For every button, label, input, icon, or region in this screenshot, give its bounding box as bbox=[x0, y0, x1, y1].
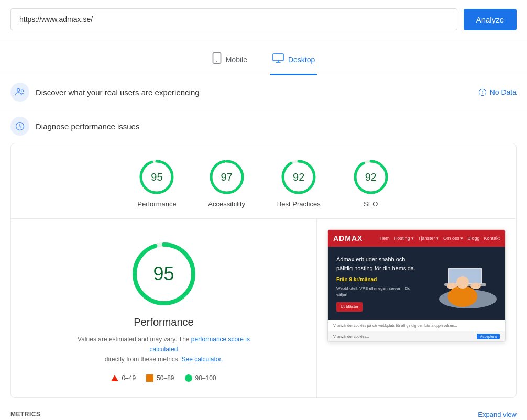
desktop-icon bbox=[272, 53, 284, 65]
preview-hero-image bbox=[429, 257, 497, 310]
preview-nav-link: Blogg bbox=[467, 236, 479, 241]
svg-point-1 bbox=[216, 61, 217, 62]
url-input[interactable] bbox=[10, 8, 457, 30]
score-circle-seo: 92 bbox=[352, 158, 390, 196]
preview-cta: Ut bläster bbox=[336, 302, 363, 312]
score-label-accessibility: Accessibility bbox=[208, 200, 245, 208]
svg-point-24 bbox=[456, 276, 469, 289]
score-item-best-practices[interactable]: 92 Best Practices bbox=[277, 158, 321, 208]
detail-left: 95 Performance Values are estimated and … bbox=[11, 219, 317, 397]
preview-nav-link: Tjänster ▾ bbox=[418, 236, 439, 241]
legend-range-red: 0–49 bbox=[122, 374, 136, 382]
legend-dot-green bbox=[185, 374, 192, 382]
score-circle-accessibility: 97 bbox=[208, 158, 246, 196]
preview-cookie-bar: Vi använder cookies... Acceptera bbox=[328, 331, 505, 341]
score-value-accessibility: 97 bbox=[221, 171, 233, 183]
detail-desc: Values are estimated and may vary. The p… bbox=[70, 335, 258, 365]
tab-mobile[interactable]: Mobile bbox=[210, 48, 249, 75]
legend-item-green: 90–100 bbox=[185, 374, 216, 382]
calculator-link[interactable]: See calculator. bbox=[182, 356, 223, 363]
diagnose-section: Diagnose performance issues bbox=[0, 109, 527, 143]
big-score-value: 95 bbox=[153, 263, 174, 285]
preview-hero: Admax erbjuder snabb och pålitlig hostin… bbox=[328, 247, 505, 320]
analyze-button[interactable]: Analyze bbox=[464, 9, 517, 30]
tab-desktop-label: Desktop bbox=[288, 56, 315, 64]
scores-row: 95 Performance 97 Accessibility bbox=[11, 143, 516, 219]
preview-cookie-btn[interactable]: Acceptera bbox=[477, 334, 500, 339]
expand-view-link[interactable]: Expand view bbox=[478, 411, 517, 418]
desc-before-link: Values are estimated and may vary. The bbox=[78, 336, 191, 343]
score-value-seo: 92 bbox=[365, 171, 377, 183]
score-card: 95 Performance 97 Accessibility bbox=[10, 143, 517, 398]
detail-area: 95 Performance Values are estimated and … bbox=[11, 219, 516, 397]
no-data-label: No Data bbox=[490, 88, 517, 96]
metrics-footer: METRICS Expand view bbox=[0, 402, 527, 420]
tab-desktop[interactable]: Desktop bbox=[270, 48, 317, 75]
legend: 0–49 50–89 90–100 bbox=[111, 374, 216, 382]
legend-item-orange: 50–89 bbox=[146, 374, 174, 382]
real-users-title-row: Discover what your real users are experi… bbox=[10, 83, 200, 102]
preview-logo: ADMAX bbox=[333, 234, 363, 242]
real-users-title: Discover what your real users are experi… bbox=[36, 88, 200, 97]
score-circle-performance: 95 bbox=[138, 158, 175, 196]
svg-point-22 bbox=[470, 283, 481, 289]
svg-point-4 bbox=[21, 90, 24, 92]
legend-dot-red bbox=[111, 375, 118, 381]
score-value-best-practices: 92 bbox=[293, 171, 304, 183]
detail-right: ADMAX Hem Hosting ▾ Tjänster ▾ Om oss ▾ … bbox=[317, 219, 516, 397]
real-users-section: Discover what your real users are experi… bbox=[0, 75, 527, 109]
preview-nav: ADMAX Hem Hosting ▾ Tjänster ▾ Om oss ▾ … bbox=[328, 230, 505, 247]
real-users-icon bbox=[10, 83, 29, 102]
website-preview: ADMAX Hem Hosting ▾ Tjänster ▾ Om oss ▾ … bbox=[327, 229, 506, 342]
score-label-performance: Performance bbox=[137, 200, 176, 208]
preview-nav-link: Kontakt bbox=[484, 236, 500, 241]
metrics-label: METRICS bbox=[10, 411, 41, 418]
legend-dot-orange bbox=[146, 374, 153, 382]
preview-nav-links: Hem Hosting ▾ Tjänster ▾ Om oss ▾ Blogg … bbox=[380, 236, 500, 241]
info-icon bbox=[478, 88, 487, 96]
preview-hero-text: Admax erbjuder snabb och pålitlig hostin… bbox=[336, 255, 420, 312]
detail-title: Performance bbox=[134, 316, 194, 328]
preview-hero-headline: Admax erbjuder snabb och pålitlig hostin… bbox=[336, 255, 420, 272]
preview-nav-link: Hem bbox=[380, 236, 390, 241]
preview-sub: Webbhotell, VPS eller egen server – Du v… bbox=[336, 285, 420, 298]
score-item-accessibility[interactable]: 97 Accessibility bbox=[208, 158, 246, 208]
legend-range-orange: 50–89 bbox=[157, 374, 174, 382]
score-value-performance: 95 bbox=[151, 171, 162, 183]
no-data-link[interactable]: No Data bbox=[478, 88, 517, 96]
url-bar-area: Analyze bbox=[0, 0, 527, 39]
svg-point-3 bbox=[17, 89, 20, 92]
legend-item-red: 0–49 bbox=[111, 374, 136, 382]
svg-point-23 bbox=[448, 286, 477, 307]
tabs-area: Mobile Desktop bbox=[0, 39, 527, 75]
preview-highlight: Från 9 kr/månad bbox=[336, 275, 420, 283]
tab-mobile-label: Mobile bbox=[226, 56, 247, 64]
score-item-seo[interactable]: 92 SEO bbox=[352, 158, 390, 208]
preview-cookie-text: Vi använder cookies... bbox=[333, 335, 369, 338]
diagnose-title: Diagnose performance issues bbox=[36, 122, 139, 131]
diagnose-icon bbox=[10, 117, 29, 136]
big-score-circle: 95 bbox=[130, 240, 198, 308]
preview-nav-link: Hosting ▾ bbox=[394, 236, 414, 241]
score-item-performance[interactable]: 95 Performance bbox=[137, 158, 176, 208]
score-label-best-practices: Best Practices bbox=[277, 200, 321, 208]
score-label-seo: SEO bbox=[364, 200, 378, 208]
desc-mid: directly from these metrics. bbox=[105, 356, 180, 363]
preview-footer-text: Vi använder cookies på vår webbplats för… bbox=[328, 320, 505, 331]
mobile-icon bbox=[212, 52, 222, 67]
legend-range-green: 90–100 bbox=[195, 374, 216, 382]
preview-nav-link: Om oss ▾ bbox=[443, 236, 464, 241]
svg-rect-2 bbox=[273, 54, 283, 61]
score-circle-best-practices: 92 bbox=[280, 158, 317, 196]
